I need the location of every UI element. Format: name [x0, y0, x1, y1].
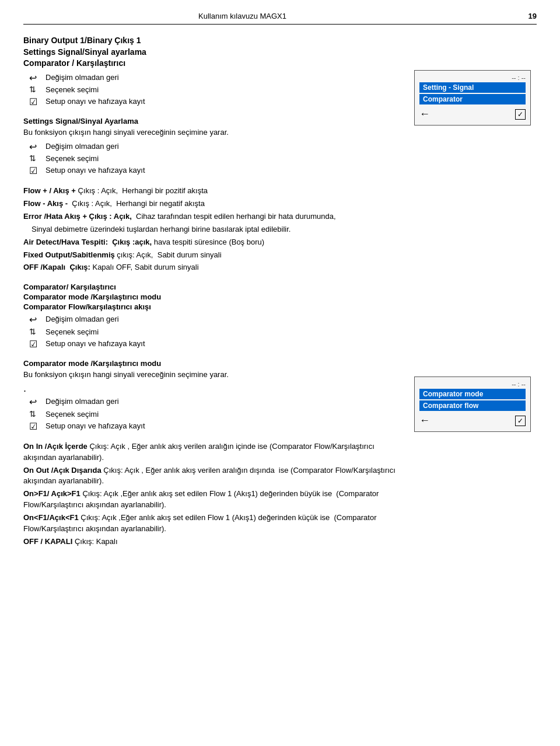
dot-separator: .: [23, 383, 402, 393]
save-icon-3: ☑: [29, 339, 46, 350]
settings-signal-heading: Settings Signal/Sinyal Ayarlama: [23, 117, 402, 126]
comparator-heading-3: Comparator Flow/karşılaştırıcı akışı: [23, 302, 402, 311]
icon-row-back-1: ↩ Değişim olmadan geri: [29, 72, 402, 83]
right-column: -- : -- Setting - Signal Comparator ← ✓ …: [414, 35, 537, 549]
icon-row-save-4: ☑ Setup onayı ve hafızaya kayıt: [29, 421, 402, 432]
device-subtitle-2: Comparator flow: [419, 400, 526, 411]
flow-line-4: Air Detect/Hava Tespiti: Çıkış :açık, ha…: [23, 237, 402, 248]
device-footer-1: ← ✓: [419, 108, 526, 120]
device-subtitle-1: Comparator: [419, 94, 526, 104]
output-line-4: OFF / KAPALI Çıkış: Kapalı: [23, 536, 402, 548]
comparator-heading-1: Comparator/ Karşılaştırıcı: [23, 283, 402, 291]
icon-row-back-4: ↩ Değişim olmadan geri: [29, 396, 402, 407]
icon-row-back-3: ↩ Değişim olmadan geri: [29, 314, 402, 325]
header-title: Kullanım kılavuzu MAGX1: [198, 12, 286, 20]
device-title-2: Comparator mode: [419, 389, 526, 399]
comparator-heading-2: Comparator mode /Karşılaştırıcı modu: [23, 292, 402, 301]
device-display-2: -- : -- Comparator mode Comparator flow …: [414, 377, 531, 432]
flow-line-1: Flow - Akış - Çıkış : Açık, Herhangi bir…: [23, 198, 402, 210]
device-check-1: ✓: [515, 109, 526, 120]
icon-row-back-2: ↩ Değişim olmadan geri: [29, 141, 402, 152]
device-topbar-1: -- : --: [419, 74, 526, 81]
device-arrow-left-1: ←: [419, 108, 430, 120]
icon-row-select-2: ⇅ Seçenek seçimi: [29, 154, 402, 164]
page-header: Kullanım kılavuzu MAGX1 19: [23, 12, 537, 25]
content-area: Binary Output 1/Binary Çıkış 1 Settings …: [23, 35, 537, 549]
device-arrow-left-2: ←: [419, 414, 430, 427]
device-title-1: Setting - Signal: [419, 82, 526, 93]
back-icon-4: ↩: [29, 396, 46, 407]
flow-line-0: Flow + / Akış + Çıkış : Açık, Herhangi b…: [23, 186, 402, 197]
save-icon-4: ☑: [29, 421, 46, 432]
flow-line-6: OFF /Kapalı Çıkış: Kapalı OFF, Sabit dur…: [23, 262, 402, 273]
device-display-1: -- : -- Setting - Signal Comparator ← ✓: [414, 70, 531, 126]
flow-line-2: Error /Hata Akış + Çıkış : Açık, Cihaz t…: [23, 211, 402, 222]
icon-row-select-4: ⇅ Seçenek seçimi: [29, 409, 402, 420]
settings-signal-desc: Bu fonksiyon çıkışın hangi sinyali verec…: [23, 127, 402, 138]
icon-row-select-1: ⇅ Seçenek seçimi: [29, 85, 402, 95]
output-line-0: On In /Açık İçerde Çıkış: Açık , Eğer an…: [23, 441, 402, 463]
select-icon-4: ⇅: [29, 409, 46, 419]
page-number: 19: [528, 12, 537, 20]
device-topbar-2: -- : --: [419, 381, 526, 388]
icon-row-save-1: ☑ Setup onayı ve hafızaya kayıt: [29, 96, 402, 107]
icon-row-save-2: ☑ Setup onayı ve hafızaya kayıt: [29, 165, 402, 176]
icon-row-save-3: ☑ Setup onayı ve hafızaya kayıt: [29, 339, 402, 350]
section1-heading: Binary Output 1/Binary Çıkış 1 Settings …: [23, 35, 402, 69]
save-icon-1: ☑: [29, 96, 46, 107]
comparator-mode-desc: Bu fonksiyon çıkışın hangi sinyali verec…: [23, 369, 402, 381]
output-line-3: On<F1/Açık<F1 Çıkış: Açık ,Eğer anlık ak…: [23, 513, 402, 535]
back-icon-2: ↩: [29, 141, 46, 152]
device-footer-2: ← ✓: [419, 414, 526, 427]
device-check-2: ✓: [515, 416, 526, 426]
comparator-mode-heading: Comparator mode /Karşılaştırıcı modu: [23, 359, 402, 368]
select-icon-3: ⇅: [29, 327, 46, 337]
save-icon-2: ☑: [29, 165, 46, 176]
back-icon-3: ↩: [29, 314, 46, 325]
output-line-1: On Out /Açık Dışarıda Çıkış: Açık , Eğer…: [23, 465, 402, 487]
output-line-2: On>F1/ Açık>F1 Çıkış: Açık ,Eğer anlık a…: [23, 489, 402, 511]
select-icon-1: ⇅: [29, 85, 46, 95]
select-icon-2: ⇅: [29, 154, 46, 163]
flow-line-3: Sinyal debimetre üzerindeki tuşlardan he…: [32, 224, 402, 235]
back-icon-1: ↩: [29, 72, 46, 83]
flow-line-5: Fixed Output/Sabitlenmiş çıkış: Açık, Sa…: [23, 250, 402, 261]
icon-row-select-3: ⇅ Seçenek seçimi: [29, 327, 402, 337]
left-column: Binary Output 1/Binary Çıkış 1 Settings …: [23, 35, 414, 549]
